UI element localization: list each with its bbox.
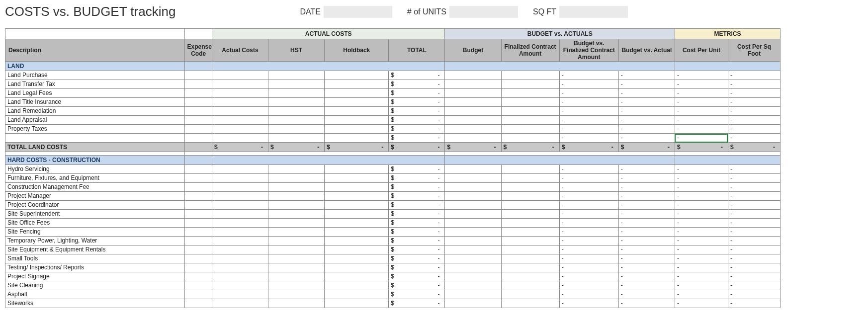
cell-cost-per-unit[interactable]: - — [675, 98, 728, 107]
cell-holdback[interactable] — [325, 80, 389, 89]
cell-actual-costs[interactable] — [212, 219, 268, 228]
cell-budget-vs-final[interactable]: - — [559, 299, 618, 308]
row-description[interactable]: Temporary Power, Lighting, Water — [5, 237, 185, 245]
cell-final-contract[interactable] — [501, 299, 559, 308]
cell-expense-code[interactable] — [185, 107, 212, 116]
cell-actual-costs[interactable] — [212, 254, 268, 263]
row-description[interactable]: Site Superintendent — [5, 210, 185, 219]
cell-expense-code[interactable] — [185, 183, 212, 192]
cell-budget[interactable] — [445, 219, 501, 228]
cell-holdback[interactable] — [325, 237, 389, 245]
cell-hst[interactable] — [268, 290, 325, 299]
cell-final-contract[interactable] — [501, 116, 559, 125]
cell-hst[interactable] — [268, 210, 325, 219]
total-cell[interactable]: $- — [675, 143, 728, 152]
budget-table[interactable]: ACTUAL COSTSBUDGET vs. ACTUALSMETRICSDes… — [5, 28, 781, 308]
cell-hst[interactable] — [268, 245, 325, 254]
cell-cost-per-unit[interactable]: - — [675, 210, 728, 219]
cell-final-contract[interactable] — [501, 125, 559, 134]
cell-budget-vs-actual[interactable]: - — [618, 219, 675, 228]
cell-actual-costs[interactable] — [212, 201, 268, 210]
cell-final-contract[interactable] — [501, 254, 559, 263]
cell-cost-per-unit[interactable]: - — [675, 183, 728, 192]
cell-holdback[interactable] — [325, 245, 389, 254]
row-description[interactable]: Project Coordinator — [5, 201, 185, 210]
cell-cost-per-sqft[interactable]: - — [728, 116, 780, 125]
cell-expense-code[interactable] — [185, 254, 212, 263]
cell-final-contract[interactable] — [501, 272, 559, 281]
cell-hst[interactable] — [268, 125, 325, 134]
cell-cost-per-unit[interactable]: - — [675, 290, 728, 299]
row-description[interactable]: Site Office Fees — [5, 219, 185, 228]
row-description[interactable]: Land Legal Fees — [5, 89, 185, 98]
cell-budget-vs-final[interactable]: - — [559, 89, 618, 98]
cell-final-contract[interactable] — [501, 290, 559, 299]
cell-budget[interactable] — [445, 237, 501, 245]
cell-final-contract[interactable] — [501, 201, 559, 210]
cell-hst[interactable] — [268, 281, 325, 290]
cell-actual-costs[interactable] — [212, 245, 268, 254]
cell-hst[interactable] — [268, 237, 325, 245]
cell-budget-vs-actual[interactable]: - — [618, 183, 675, 192]
cell-cost-per-unit[interactable]: - — [675, 174, 728, 183]
cell-budget[interactable] — [445, 183, 501, 192]
cell-final-contract[interactable] — [501, 219, 559, 228]
cell-budget-vs-actual[interactable]: - — [618, 98, 675, 107]
cell-cost-per-unit[interactable]: - — [675, 272, 728, 281]
cell-final-contract[interactable] — [501, 107, 559, 116]
cell-cost-per-sqft[interactable]: - — [728, 210, 780, 219]
cell-actual-costs[interactable] — [212, 125, 268, 134]
cell-total[interactable]: $- — [389, 210, 445, 219]
cell-holdback[interactable] — [325, 254, 389, 263]
cell-expense-code[interactable] — [185, 125, 212, 134]
cell-expense-code[interactable] — [185, 237, 212, 245]
cell-holdback[interactable] — [325, 174, 389, 183]
cell-cost-per-sqft[interactable]: - — [728, 183, 780, 192]
cell-total[interactable]: $- — [389, 263, 445, 272]
cell-cost-per-unit[interactable]: - — [675, 299, 728, 308]
cell-total[interactable]: $- — [389, 299, 445, 308]
cell-total[interactable]: $- — [389, 183, 445, 192]
cell-budget-vs-final[interactable]: - — [559, 192, 618, 201]
cell-expense-code[interactable] — [185, 89, 212, 98]
cell-total[interactable]: $- — [389, 134, 445, 143]
cell-cost-per-unit[interactable]: - — [675, 107, 728, 116]
cell-cost-per-unit[interactable]: - — [675, 80, 728, 89]
cell-total[interactable]: $- — [389, 228, 445, 237]
cell-budget[interactable] — [445, 299, 501, 308]
cell-actual-costs[interactable] — [212, 71, 268, 80]
row-description[interactable]: Land Remediation — [5, 107, 185, 116]
cell-budget-vs-final[interactable]: - — [559, 228, 618, 237]
cell-actual-costs[interactable] — [212, 165, 268, 174]
cell-hst[interactable] — [268, 116, 325, 125]
cell-hst[interactable] — [268, 89, 325, 98]
cell-expense-code[interactable] — [185, 281, 212, 290]
cell-budget-vs-final[interactable]: - — [559, 237, 618, 245]
cell-cost-per-unit[interactable]: - — [675, 237, 728, 245]
row-description[interactable]: Land Title Insurance — [5, 98, 185, 107]
cell-expense-code[interactable] — [185, 290, 212, 299]
cell-actual-costs[interactable] — [212, 174, 268, 183]
cell-budget-vs-actual[interactable]: - — [618, 107, 675, 116]
cell-budget[interactable] — [445, 281, 501, 290]
cell-cost-per-sqft[interactable]: - — [728, 174, 780, 183]
cell-total[interactable]: $- — [389, 174, 445, 183]
cell-final-contract[interactable] — [501, 263, 559, 272]
cell-budget[interactable] — [445, 80, 501, 89]
cell-cost-per-unit[interactable]: - — [675, 228, 728, 237]
cell-cost-per-unit[interactable]: - — [675, 192, 728, 201]
cell-cost-per-unit[interactable]: - — [675, 263, 728, 272]
cell-expense-code[interactable] — [185, 192, 212, 201]
cell-total[interactable]: $- — [389, 71, 445, 80]
cell-budget-vs-actual[interactable]: - — [618, 210, 675, 219]
cell-final-contract[interactable] — [501, 165, 559, 174]
row-description[interactable]: Hydro Servicing — [5, 165, 185, 174]
cell-actual-costs[interactable] — [212, 290, 268, 299]
cell-cost-per-unit[interactable]: - — [675, 125, 728, 134]
cell-budget[interactable] — [445, 210, 501, 219]
cell-budget[interactable] — [445, 165, 501, 174]
row-description[interactable]: Furniture, Fixtures, and Equipment — [5, 174, 185, 183]
cell-cost-per-sqft[interactable]: - — [728, 219, 780, 228]
cell-final-contract[interactable] — [501, 71, 559, 80]
cell-total[interactable]: $- — [389, 219, 445, 228]
